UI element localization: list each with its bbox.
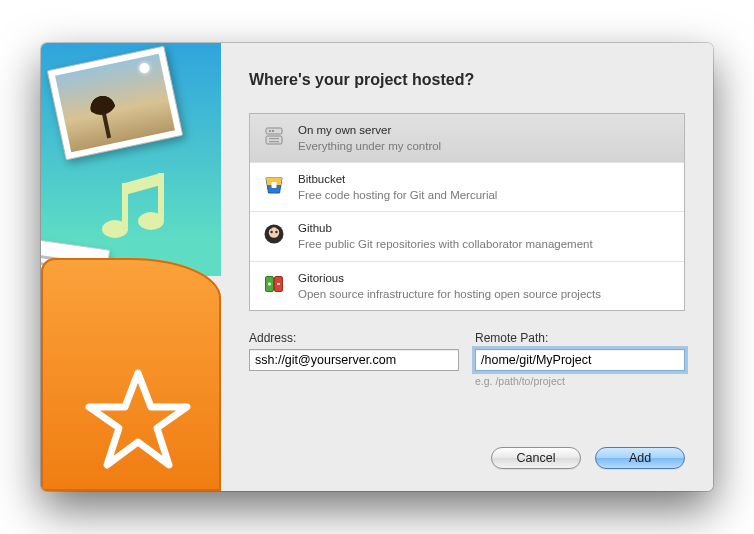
server-icon [262, 124, 286, 148]
svg-point-0 [102, 220, 128, 238]
svg-point-12 [275, 231, 277, 233]
star-icon [83, 367, 193, 477]
dialog-title: Where's your project hosted? [249, 71, 685, 89]
sidebar-artwork [41, 43, 221, 491]
gitorious-icon [262, 272, 286, 296]
music-note-icon [99, 165, 199, 255]
address-input[interactable] [249, 349, 459, 371]
svg-rect-6 [269, 138, 279, 139]
svg-rect-8 [272, 182, 277, 188]
svg-point-1 [138, 212, 164, 230]
address-label: Address: [249, 331, 459, 345]
host-option-subtitle: Free code hosting for Git and Mercurial [298, 187, 497, 203]
svg-rect-3 [266, 136, 282, 144]
bitbucket-icon [262, 173, 286, 197]
remote-path-label: Remote Path: [475, 331, 685, 345]
content-pane: Where's your project hosted? On my own s… [221, 43, 713, 491]
host-option-gitorious[interactable]: Gitorious Open source infrastructure for… [250, 262, 684, 310]
hosting-options-list: On my own server Everything under my con… [249, 113, 685, 311]
host-option-title: On my own server [298, 122, 441, 138]
host-option-subtitle: Free public Git repositories with collab… [298, 236, 593, 252]
dialog-button-row: Cancel Add [249, 429, 685, 469]
add-button[interactable]: Add [595, 447, 685, 469]
host-option-own-server[interactable]: On my own server Everything under my con… [250, 114, 684, 163]
dialog-window: Where's your project hosted? On my own s… [41, 43, 713, 491]
host-option-subtitle: Open source infrastructure for hosting o… [298, 286, 601, 302]
host-option-subtitle: Everything under my control [298, 138, 441, 154]
svg-point-11 [270, 231, 272, 233]
host-option-github[interactable]: Github Free public Git repositories with… [250, 212, 684, 261]
remote-path-hint: e.g. /path/to/project [475, 375, 685, 387]
svg-rect-7 [269, 141, 279, 142]
remote-path-input[interactable] [475, 349, 685, 371]
host-option-bitbucket[interactable]: Bitbucket Free code hosting for Git and … [250, 163, 684, 212]
cancel-button[interactable]: Cancel [491, 447, 581, 469]
address-form-row: Address: Remote Path: e.g. /path/to/proj… [249, 331, 685, 387]
svg-point-5 [272, 130, 274, 132]
host-option-title: Bitbucket [298, 171, 497, 187]
github-icon [262, 222, 286, 246]
svg-point-4 [269, 130, 271, 132]
host-option-title: Github [298, 220, 593, 236]
host-option-title: Gitorious [298, 270, 601, 286]
